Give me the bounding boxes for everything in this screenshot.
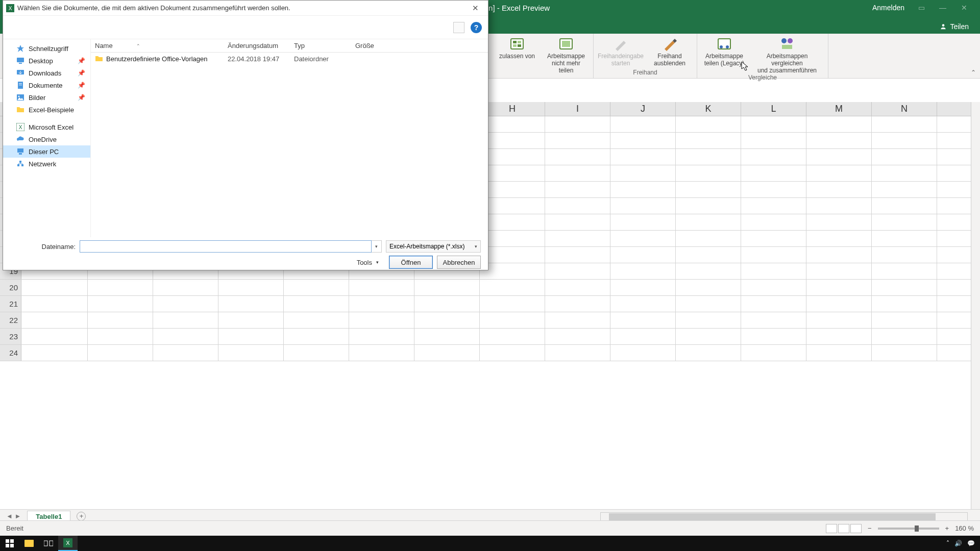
nav-item[interactable]: Bilder📌 bbox=[3, 91, 90, 104]
cell[interactable] bbox=[806, 312, 872, 328]
cell[interactable] bbox=[480, 296, 545, 312]
cell[interactable] bbox=[610, 247, 676, 263]
cell[interactable] bbox=[676, 247, 741, 263]
cell[interactable] bbox=[741, 214, 806, 230]
cell[interactable] bbox=[218, 329, 284, 344]
zoom-out-icon[interactable]: − bbox=[868, 524, 872, 532]
cell[interactable] bbox=[545, 165, 610, 181]
view-buttons[interactable] bbox=[826, 524, 862, 533]
cell[interactable] bbox=[872, 214, 937, 230]
cell[interactable] bbox=[153, 329, 218, 344]
cell[interactable] bbox=[545, 312, 610, 328]
tools-dropdown[interactable]: Tools▾ bbox=[357, 259, 379, 266]
col-M[interactable]: M bbox=[806, 102, 872, 116]
cell[interactable] bbox=[88, 280, 153, 295]
cell[interactable] bbox=[545, 345, 610, 361]
cell[interactable] bbox=[806, 116, 872, 132]
cell[interactable] bbox=[480, 263, 545, 279]
cell[interactable] bbox=[872, 247, 937, 263]
cell[interactable] bbox=[676, 149, 741, 165]
cell[interactable] bbox=[284, 296, 349, 312]
row-number[interactable]: 21 bbox=[0, 296, 21, 312]
window-minimize-icon[interactable]: — bbox=[938, 4, 947, 12]
cell[interactable] bbox=[806, 149, 872, 165]
cell[interactable] bbox=[872, 116, 937, 132]
cell[interactable] bbox=[676, 214, 741, 230]
col-N[interactable]: N bbox=[872, 102, 937, 116]
grid-row[interactable]: 23 bbox=[0, 329, 971, 345]
grid-row[interactable]: 22 bbox=[0, 312, 971, 329]
header-date[interactable]: Änderungsdatum bbox=[228, 42, 294, 49]
cell[interactable] bbox=[414, 280, 480, 295]
col-L[interactable]: L bbox=[741, 102, 806, 116]
view-options-button[interactable] bbox=[453, 22, 464, 33]
share-button[interactable]: Teilen bbox=[936, 20, 973, 33]
taskbar-taskview[interactable] bbox=[39, 536, 58, 551]
cell[interactable] bbox=[414, 329, 480, 344]
cell[interactable] bbox=[741, 182, 806, 197]
cell[interactable] bbox=[806, 198, 872, 214]
cell[interactable] bbox=[349, 296, 414, 312]
cell[interactable] bbox=[872, 231, 937, 246]
cell[interactable] bbox=[610, 149, 676, 165]
cell[interactable] bbox=[872, 280, 937, 295]
cell[interactable] bbox=[545, 280, 610, 295]
cell[interactable] bbox=[872, 312, 937, 328]
grid-row[interactable]: 21 bbox=[0, 296, 971, 312]
cell[interactable] bbox=[349, 312, 414, 328]
cell[interactable] bbox=[872, 149, 937, 165]
cell[interactable] bbox=[545, 133, 610, 148]
filename-dropdown-icon[interactable]: ▾ bbox=[372, 240, 382, 253]
cell[interactable] bbox=[806, 263, 872, 279]
cell[interactable] bbox=[545, 149, 610, 165]
filename-input[interactable] bbox=[80, 240, 372, 253]
cell[interactable] bbox=[741, 345, 806, 361]
cell[interactable] bbox=[806, 329, 872, 344]
cell[interactable] bbox=[480, 165, 545, 181]
window-restore-icon[interactable]: ▭ bbox=[917, 4, 926, 12]
cell[interactable] bbox=[480, 329, 545, 344]
ribbon-unshare-workbook[interactable]: Arbeitsmappe nicht mehr teilen bbox=[544, 35, 588, 74]
cell[interactable] bbox=[218, 345, 284, 361]
cell[interactable] bbox=[284, 345, 349, 361]
header-size[interactable]: Größe bbox=[355, 42, 401, 49]
ribbon-ink-hide[interactable]: Freihand ausblenden bbox=[648, 35, 692, 69]
cell[interactable] bbox=[545, 231, 610, 246]
cell[interactable] bbox=[545, 263, 610, 279]
cancel-button[interactable]: Abbrechen bbox=[437, 256, 481, 269]
ribbon-allow-from[interactable]: zulassen von bbox=[495, 35, 539, 74]
window-close-icon[interactable]: ✕ bbox=[960, 4, 969, 12]
cell[interactable] bbox=[610, 116, 676, 132]
nav-item[interactable]: Dieser PC bbox=[3, 145, 90, 158]
cell[interactable] bbox=[349, 280, 414, 295]
cell[interactable] bbox=[610, 231, 676, 246]
cell[interactable] bbox=[545, 214, 610, 230]
cell[interactable] bbox=[545, 182, 610, 197]
cell[interactable] bbox=[741, 133, 806, 148]
cell[interactable] bbox=[480, 116, 545, 132]
file-row[interactable]: Benutzerdefinierte Office-Vorlagen22.04.… bbox=[91, 53, 488, 65]
cell[interactable] bbox=[741, 263, 806, 279]
cell[interactable] bbox=[218, 296, 284, 312]
cell[interactable] bbox=[218, 312, 284, 328]
cell[interactable] bbox=[676, 198, 741, 214]
cell[interactable] bbox=[872, 165, 937, 181]
cell[interactable] bbox=[610, 165, 676, 181]
cell[interactable] bbox=[610, 312, 676, 328]
tray-speaker-icon[interactable]: 🔊 bbox=[954, 540, 962, 547]
cell[interactable] bbox=[480, 149, 545, 165]
cell[interactable] bbox=[284, 280, 349, 295]
cell[interactable] bbox=[676, 312, 741, 328]
filetype-filter[interactable]: Excel-Arbeitsmappe (*.xlsx) ▾ bbox=[386, 240, 481, 253]
cell[interactable] bbox=[284, 329, 349, 344]
cell[interactable] bbox=[676, 165, 741, 181]
nav-item[interactable]: Dokumente📌 bbox=[3, 79, 90, 91]
cell[interactable] bbox=[21, 296, 88, 312]
sheet-nav-arrows[interactable]: ◄ ► bbox=[0, 512, 27, 520]
col-K[interactable]: K bbox=[676, 102, 741, 116]
cell[interactable] bbox=[21, 280, 88, 295]
open-button[interactable]: Öffnen bbox=[389, 256, 433, 269]
cell[interactable] bbox=[806, 231, 872, 246]
nav-item[interactable]: Schnellzugriff bbox=[3, 42, 90, 55]
cell[interactable] bbox=[218, 280, 284, 295]
